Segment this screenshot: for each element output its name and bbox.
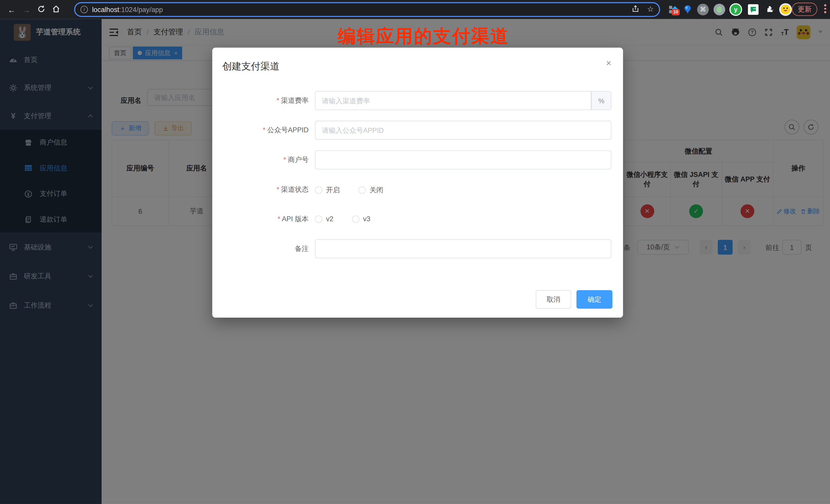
radio-circle bbox=[315, 186, 322, 194]
browser-profile-avatar[interactable] bbox=[779, 3, 792, 16]
extension-icon-1[interactable]: 10 bbox=[667, 3, 680, 17]
api-v3-radio[interactable]: v3 bbox=[352, 215, 371, 223]
extension-icon-green-dot[interactable] bbox=[714, 4, 725, 15]
url-path: :1024/pay/app bbox=[119, 6, 163, 13]
app-frame: 🐰 芋道管理系统 首页 系统管理 ¥ 支付管理 bbox=[0, 19, 830, 504]
extensions-puzzle-icon[interactable] bbox=[763, 3, 777, 17]
url-bar[interactable]: i localhost :1024/pay/app ☆ bbox=[74, 2, 660, 17]
browser-home-icon[interactable] bbox=[49, 5, 64, 14]
browser-back-icon[interactable]: ← bbox=[4, 5, 19, 14]
cancel-button[interactable]: 取消 bbox=[536, 290, 571, 309]
field-merchant-id: 商户号 bbox=[212, 150, 623, 169]
browser-refresh-icon[interactable] bbox=[34, 5, 49, 14]
extension-badge: 10 bbox=[672, 9, 680, 15]
browser-forward-icon[interactable]: → bbox=[19, 5, 34, 14]
radio-circle bbox=[315, 215, 322, 222]
extension-icon-command[interactable]: ⌘ bbox=[697, 4, 709, 15]
field-channel-rate: 渠道费率 % bbox=[212, 91, 623, 110]
appid-label: 公众号APPID bbox=[263, 125, 309, 135]
field-appid: 公众号APPID bbox=[212, 121, 623, 140]
field-channel-status: 渠道状态 开启 关闭 bbox=[212, 180, 623, 199]
dialog-title: 创建支付渠道 bbox=[222, 60, 279, 72]
channel-status-label: 渠道状态 bbox=[277, 185, 309, 194]
confirm-button[interactable]: 确定 bbox=[576, 290, 612, 309]
dialog-close-icon[interactable]: × bbox=[606, 58, 612, 69]
site-info-icon[interactable]: i bbox=[81, 6, 88, 13]
browser-chrome: ← → i localhost :1024/pay/app ☆ bbox=[0, 0, 830, 19]
radio-circle bbox=[358, 186, 366, 194]
create-pay-channel-dialog: 创建支付渠道 × 渠道费率 % 公众号APPID 商户号 渠道状态 开启 bbox=[212, 48, 623, 318]
merchant-id-label: 商户号 bbox=[283, 155, 308, 165]
percent-suffix: % bbox=[592, 91, 611, 110]
status-open-radio[interactable]: 开启 bbox=[315, 185, 340, 195]
channel-rate-label: 渠道费率 bbox=[277, 96, 309, 105]
radio-circle bbox=[352, 215, 359, 222]
extension-icon-chat[interactable] bbox=[746, 3, 760, 17]
browser-menu-icon[interactable] bbox=[824, 4, 826, 13]
share-icon[interactable] bbox=[632, 5, 640, 14]
page: ← → i localhost :1024/pay/app ☆ bbox=[0, 0, 830, 504]
bookmark-star-icon[interactable]: ☆ bbox=[647, 5, 653, 14]
api-v2-radio[interactable]: v2 bbox=[315, 215, 333, 223]
annotation-text: 编辑应用的支付渠道 bbox=[222, 24, 625, 49]
merchant-id-input[interactable] bbox=[315, 150, 611, 169]
field-api-version: API 版本 v2 v3 bbox=[212, 210, 623, 229]
extension-icon-y[interactable]: y bbox=[730, 3, 742, 16]
field-remark: 备注 bbox=[212, 239, 623, 258]
api-version-label: API 版本 bbox=[278, 214, 309, 224]
appid-input[interactable] bbox=[315, 121, 611, 140]
channel-rate-input[interactable] bbox=[315, 91, 592, 110]
status-closed-radio[interactable]: 关闭 bbox=[358, 185, 383, 195]
url-host: localhost bbox=[92, 6, 119, 13]
remark-input[interactable] bbox=[315, 239, 611, 258]
browser-update-button[interactable]: 更新 bbox=[792, 3, 817, 16]
extension-icon-2[interactable] bbox=[681, 3, 695, 17]
remark-label: 备注 bbox=[295, 244, 309, 254]
